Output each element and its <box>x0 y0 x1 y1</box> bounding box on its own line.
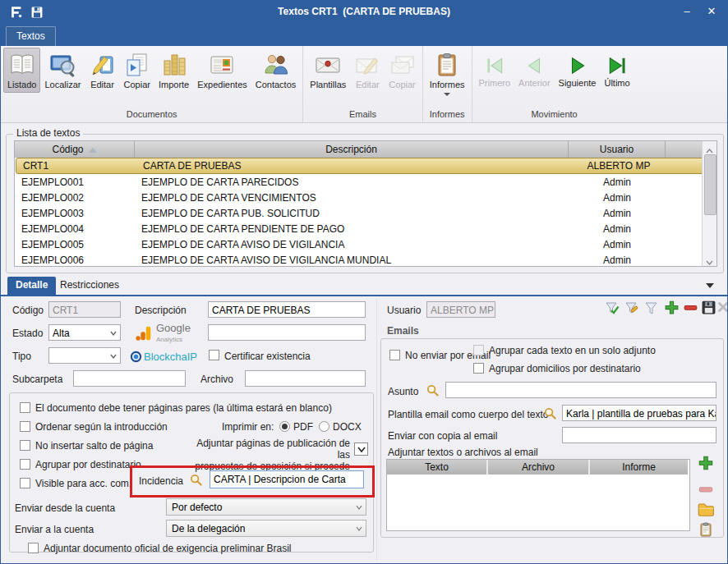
envelope-seal-icon <box>315 52 341 78</box>
last-record-icon <box>606 55 628 76</box>
column-header-archivo[interactable]: Archivo <box>488 460 590 475</box>
ribbon-group-emails: Plantillas Editar <box>303 46 422 122</box>
table-row[interactable]: EJEMPLO004 EJEMPLO DE CARTA PENDIENTE DE… <box>15 221 716 236</box>
contactos-button[interactable]: Contactos <box>251 48 301 93</box>
pdf-radio[interactable] <box>279 421 290 432</box>
filter-check-icon[interactable] <box>605 301 620 316</box>
add-attachment-icon[interactable] <box>697 454 715 472</box>
no-salto-checkbox[interactable] <box>20 440 30 451</box>
plantillas-button[interactable]: Plantillas <box>306 48 350 93</box>
table-row[interactable]: EJEMPLO003 EJEMPLO DE CARTA PUB. SOLICIT… <box>15 205 716 221</box>
enviar-a-select[interactable]: De la delegación <box>166 520 366 537</box>
adjuntar-paginas-dropdown-button[interactable] <box>354 442 368 456</box>
localizar-button[interactable]: Localizar <box>40 48 85 93</box>
ribbon-group-documentos: Listado Localizar <box>1 46 303 122</box>
close-button[interactable]: ✕ <box>701 2 722 21</box>
filter-icon[interactable] <box>644 301 659 316</box>
table-row[interactable]: EJEMPLO005 EJEMPLO DE CARTA AVISO DE VIG… <box>15 236 716 252</box>
no-enviar-checkbox[interactable] <box>389 350 400 360</box>
table-row[interactable]: EJEMPLO001 EJEMPLO DE CARTA PARECIDOS Ad… <box>15 174 716 190</box>
document-options-groupbox: El documento debe tener páginas pares (l… <box>9 392 374 553</box>
ordenar-checkbox[interactable] <box>20 421 30 432</box>
list-scrollbar[interactable] <box>702 141 716 266</box>
expedientes-button[interactable]: Expedientes <box>193 48 251 93</box>
edit-envelope-icon <box>354 52 380 78</box>
table-row-selected[interactable]: CRT1 CARTA DE PRUEBAS ALBERTO MP <box>16 158 716 174</box>
siguiente-button[interactable]: Siguiente <box>555 48 601 91</box>
column-header-codigo[interactable]: Código <box>15 141 135 158</box>
editar-button[interactable]: Editar <box>85 48 120 93</box>
expedientes-label: Expedientes <box>197 80 247 89</box>
ribbon-group-movimiento: Primero Anterior Siguiente <box>472 46 637 122</box>
primero-label: Primero <box>479 78 511 88</box>
agrupar-texto-checkbox-disabled <box>473 345 484 355</box>
no-salto-label: No insertar salto de página <box>35 440 153 452</box>
copia-email-field[interactable] <box>562 427 716 443</box>
listado-button[interactable]: Listado <box>3 48 40 93</box>
delete-record-icon[interactable] <box>682 299 699 316</box>
column-header-usuario[interactable]: Usuario <box>569 141 666 158</box>
report-attachment-icon[interactable] <box>698 521 714 538</box>
asunto-field[interactable] <box>445 382 716 398</box>
table-header: Código Descripción Usuario <box>15 141 716 158</box>
tab-underline <box>1 295 727 296</box>
scroll-down-icon[interactable] <box>703 254 716 265</box>
ordenar-label: Ordenar según la introducción <box>35 421 168 433</box>
cancel-icon[interactable] <box>716 300 728 314</box>
certificar-checkbox[interactable] <box>209 350 219 360</box>
filter-edit-icon[interactable] <box>624 301 639 316</box>
informes-dropdown-caret[interactable] <box>444 93 450 96</box>
ultimo-button[interactable]: Último <box>600 48 634 91</box>
visible-acc-checkbox[interactable] <box>20 478 30 488</box>
agrupar-domicilios-label: Agrupar domicilios por destinatario <box>489 363 641 374</box>
google-analytics-field[interactable] <box>208 324 366 341</box>
copiar-email-button-disabled: Copiar <box>385 48 419 93</box>
save-record-icon[interactable] <box>700 299 717 316</box>
chevron-down-icon <box>110 354 117 359</box>
agrupar-destinatario-checkbox[interactable] <box>20 459 30 470</box>
tab-restricciones[interactable]: Restricciones <box>52 277 127 295</box>
lookup-magnifier-icon[interactable] <box>426 384 439 397</box>
enviar-desde-label: Enviar desde la cuenta <box>15 502 115 514</box>
tab-detalle[interactable]: Detalle <box>7 277 56 295</box>
descripcion-label: Descripción <box>135 305 187 316</box>
visible-acc-label: Visible para acc. com. <box>35 478 131 489</box>
tipo-select[interactable] <box>48 347 121 364</box>
agrupar-texto-label: Agrupar cada texto en un solo adjunto <box>489 345 656 356</box>
importe-button[interactable]: Importe <box>154 48 193 93</box>
incidencia-label: Incidencia <box>139 475 183 487</box>
editar-label: Editar <box>90 80 114 89</box>
estado-select[interactable]: Alta <box>48 324 121 341</box>
descripcion-field[interactable]: CARTA DE PRUEBAS <box>208 301 366 318</box>
lookup-magnifier-icon[interactable] <box>544 407 556 420</box>
paginas-pares-checkbox[interactable] <box>20 402 30 413</box>
column-header-informe[interactable]: Informe <box>590 460 688 475</box>
column-header-descripcion[interactable]: Descripción <box>135 141 569 158</box>
table-row[interactable]: EJEMPLO002 EJEMPLO DE CARTA VENCIMIENTOS… <box>15 190 716 205</box>
copia-email-label: Enviar con copia al email <box>388 430 497 442</box>
add-record-icon[interactable] <box>663 299 680 316</box>
minimize-button[interactable]: – <box>676 2 698 21</box>
brasil-checkbox[interactable] <box>28 543 39 553</box>
copiar-button[interactable]: Copiar <box>120 48 154 93</box>
column-header-texto[interactable]: Texto <box>387 460 488 475</box>
agrupar-domicilios-checkbox[interactable] <box>473 363 484 374</box>
tab-textos[interactable]: Textos <box>6 26 56 47</box>
archivo-field[interactable] <box>245 370 366 387</box>
copiar-email-label: Copiar <box>389 80 415 89</box>
plantilla-email-field[interactable]: Karla | plantilla de pruebas para Ka <box>562 405 716 421</box>
open-folder-icon[interactable] <box>697 500 715 518</box>
usuario-field: ALBERTO MP <box>426 301 495 318</box>
previous-record-icon <box>523 55 545 76</box>
scrollbar-thumb[interactable] <box>704 154 716 215</box>
informes-button[interactable]: Informes <box>426 48 469 99</box>
lookup-magnifier-icon[interactable] <box>190 474 202 486</box>
incidencia-field[interactable]: CARTA | Descripcion de Carta <box>210 470 364 488</box>
subcarpeta-field[interactable] <box>73 370 186 387</box>
edit-pencil-icon <box>90 52 116 78</box>
enviar-desde-select[interactable]: Por defecto <box>166 498 366 516</box>
table-row[interactable]: EJEMPLO006 EJEMPLO DE CARTA AVISO DE VIG… <box>15 252 716 268</box>
collapse-panel-icon[interactable] <box>706 283 714 288</box>
docx-radio[interactable] <box>319 421 329 432</box>
scroll-up-icon[interactable] <box>703 142 716 154</box>
